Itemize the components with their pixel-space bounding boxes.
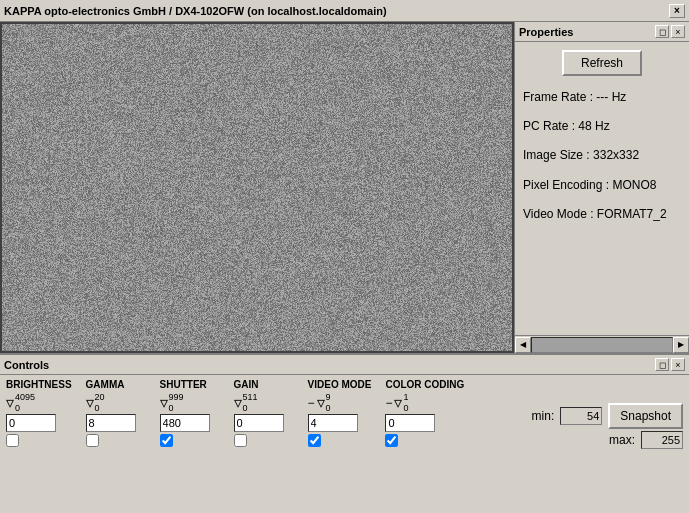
properties-title: Properties — [519, 26, 573, 38]
shutter-group: SHUTTER ▿ 999 0 — [160, 379, 220, 447]
panel-restore-button[interactable]: ◻ — [655, 25, 669, 38]
videomode-slider-icon: ▿ — [317, 393, 325, 412]
gain-min: 0 — [243, 403, 258, 414]
gamma-input[interactable] — [86, 414, 136, 432]
gamma-slider-icon: ▿ — [86, 393, 94, 412]
shutter-values: 999 0 — [169, 392, 184, 414]
gamma-values: 20 0 — [95, 392, 105, 414]
brightness-group: BRIGHTNESS ▿ 4095 0 — [6, 379, 72, 447]
gain-slider-row: ▿ 511 0 — [234, 392, 258, 414]
shutter-slider-row: ▿ 999 0 — [160, 392, 184, 414]
frame-rate-row: Frame Rate : --- Hz — [523, 84, 681, 111]
gain-max: 511 — [243, 392, 258, 403]
shutter-input[interactable] — [160, 414, 210, 432]
controls-inner: BRIGHTNESS ▿ 4095 0 GAMMA ▿ 20 0 — [0, 375, 689, 449]
shutter-min: 0 — [169, 403, 184, 414]
close-button[interactable]: × — [669, 4, 685, 18]
snapshot-button[interactable]: Snapshot — [608, 403, 683, 429]
min-input[interactable] — [560, 407, 602, 425]
controls-title: Controls — [4, 359, 49, 371]
gamma-label: GAMMA — [86, 379, 125, 390]
min-label: min: — [524, 409, 554, 423]
colorcoding-group: COLOR CODING − ▿ 1 0 — [385, 379, 464, 447]
panel-close-button[interactable]: × — [671, 25, 685, 38]
window-title: KAPPA opto-electronics GmbH / DX4-102OFW… — [4, 5, 387, 17]
videomode-slider-row: − ▿ 9 0 — [308, 392, 331, 414]
colorcoding-min: 0 — [403, 403, 408, 414]
brightness-slider-row: ▿ 4095 0 — [6, 392, 35, 414]
shutter-max: 999 — [169, 392, 184, 403]
shutter-checkbox[interactable] — [160, 434, 173, 447]
controls-close-button[interactable]: × — [671, 358, 685, 371]
videomode-group: VIDEO MODE − ▿ 9 0 — [308, 379, 372, 447]
gamma-slider-row: ▿ 20 0 — [86, 392, 105, 414]
videomode-max: 9 — [326, 392, 331, 403]
colorcoding-slider-icon: ▿ — [394, 393, 402, 412]
gain-label: GAIN — [234, 379, 259, 390]
image-size-row: Image Size : 332x332 — [523, 142, 681, 169]
videomode-checkbox[interactable] — [308, 434, 321, 447]
brightness-label: BRIGHTNESS — [6, 379, 72, 390]
colorcoding-minus-icon: − — [385, 396, 392, 410]
properties-panel: Properties ◻ × Refresh Frame Rate : --- … — [514, 22, 689, 353]
videomode-label: VIDEO MODE — [308, 379, 372, 390]
controls-panel: Controls ◻ × BRIGHTNESS ▿ 4095 0 GAMMA ▿ — [0, 353, 689, 513]
max-label: max: — [605, 433, 635, 447]
min-row: min: Snapshot — [524, 403, 683, 429]
videomode-input[interactable] — [308, 414, 358, 432]
colorcoding-max: 1 — [403, 392, 408, 403]
brightness-checkbox[interactable] — [6, 434, 19, 447]
colorcoding-checkbox[interactable] — [385, 434, 398, 447]
gain-slider-icon: ▿ — [234, 393, 242, 412]
scrollbar-track[interactable] — [531, 337, 673, 353]
controls-restore-button[interactable]: ◻ — [655, 358, 669, 371]
camera-view — [0, 22, 514, 353]
minmax-snapshot-section: min: Snapshot max: — [524, 379, 683, 449]
controls-window-controls: ◻ × — [655, 358, 685, 371]
refresh-button[interactable]: Refresh — [562, 50, 642, 76]
brightness-max: 4095 — [15, 392, 35, 403]
gain-values: 511 0 — [243, 392, 258, 414]
gamma-group: GAMMA ▿ 20 0 — [86, 379, 146, 447]
properties-scrollbar: ◀ ▶ — [515, 335, 689, 353]
shutter-label: SHUTTER — [160, 379, 207, 390]
gain-group: GAIN ▿ 511 0 — [234, 379, 294, 447]
gain-checkbox[interactable] — [234, 434, 247, 447]
shutter-slider-icon: ▿ — [160, 393, 168, 412]
gamma-min: 0 — [95, 403, 105, 414]
brightness-input[interactable] — [6, 414, 56, 432]
brightness-slider-icon: ▿ — [6, 393, 14, 412]
scroll-left-button[interactable]: ◀ — [515, 337, 531, 353]
colorcoding-values: 1 0 — [403, 392, 408, 414]
gamma-checkbox[interactable] — [86, 434, 99, 447]
brightness-values: 4095 0 — [15, 392, 35, 414]
pixel-encoding-row: Pixel Encoding : MONO8 — [523, 172, 681, 199]
controls-title-bar: Controls ◻ × — [0, 355, 689, 375]
colorcoding-input[interactable] — [385, 414, 435, 432]
max-input[interactable] — [641, 431, 683, 449]
videomode-minus-icon: − — [308, 396, 315, 410]
gamma-max: 20 — [95, 392, 105, 403]
properties-content: Refresh Frame Rate : --- Hz PC Rate : 48… — [515, 42, 689, 236]
video-mode-row: Video Mode : FORMAT7_2 — [523, 201, 681, 228]
properties-title-bar: Properties ◻ × — [515, 22, 689, 42]
videomode-values: 9 0 — [326, 392, 331, 414]
pc-rate-row: PC Rate : 48 Hz — [523, 113, 681, 140]
title-bar: KAPPA opto-electronics GmbH / DX4-102OFW… — [0, 0, 689, 22]
scroll-right-button[interactable]: ▶ — [673, 337, 689, 353]
panel-window-controls: ◻ × — [655, 25, 685, 38]
camera-canvas — [2, 24, 512, 351]
videomode-min: 0 — [326, 403, 331, 414]
colorcoding-label: COLOR CODING — [385, 379, 464, 390]
max-row: max: — [605, 431, 683, 449]
colorcoding-slider-row: − ▿ 1 0 — [385, 392, 408, 414]
main-layout: Properties ◻ × Refresh Frame Rate : --- … — [0, 22, 689, 353]
gain-input[interactable] — [234, 414, 284, 432]
brightness-min: 0 — [15, 403, 35, 414]
